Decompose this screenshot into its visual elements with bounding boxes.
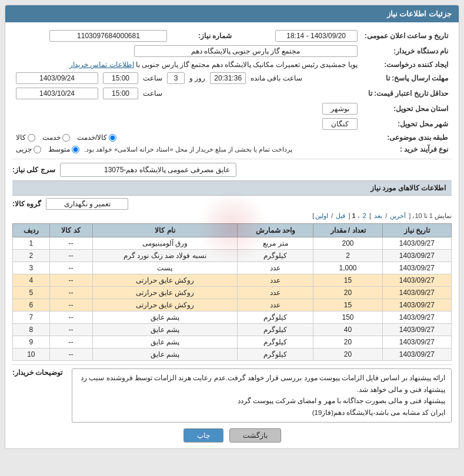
cell-tedad: 150 [313, 311, 382, 324]
link-2[interactable]: 2 [363, 212, 366, 219]
table-row: 1403/09/272کیلوگرمنسبه فولاد ضد زنگ نورد… [13, 250, 452, 262]
radio-kalaKhedmat-input[interactable] [109, 134, 116, 142]
row-ijad: ایجاد کننده درخواست: پویا جمشیدی رئیس تع… [12, 59, 452, 71]
btn-chap[interactable]: چاپ [183, 428, 223, 443]
roz-value: 3 [167, 72, 185, 84]
cell-vahed: متر مربع [238, 237, 313, 250]
cell-tedad: 200 [313, 237, 382, 250]
roz-label: روز و [189, 74, 205, 82]
ijad-link[interactable]: اطلاعات تماس خریدار [69, 61, 134, 69]
table-row: 1403/09/27200متر مربعورق آلومینیومی--1 [13, 237, 452, 250]
cell-name: پشم عایق [92, 311, 238, 324]
saat-value: 15:00 [103, 72, 138, 84]
cell-tedad: 1,000 [313, 262, 382, 274]
radio-motavaset[interactable]: متوسط [48, 145, 79, 153]
cell-tarikh: 1403/09/27 [382, 287, 451, 299]
tarikh-value: 1403/09/20 - 18:14 [275, 30, 358, 42]
cell-kod: -- [49, 287, 92, 299]
notes-line2: پیشنهاد فنی و مالی خواهد شد. [78, 384, 445, 396]
value-shahr: کنگان [12, 116, 361, 132]
cell-name: پشم عایق [92, 336, 238, 348]
cell-kod: -- [49, 336, 92, 348]
radio-jozi-label: جزیی [16, 145, 32, 153]
cell-kod: -- [49, 299, 92, 311]
cell-tarikh: 1403/09/27 [382, 336, 451, 348]
cell-name: ورق آلومینیومی [92, 237, 238, 250]
ostan-value: بوشهر [322, 103, 358, 115]
cell-tedad: 20 [313, 336, 382, 348]
value-ijad: پویا جمشیدی رئیس تعمیرات مکانیک پالایشگا… [12, 59, 361, 71]
cell-radif: 5 [13, 287, 50, 299]
link-avalin[interactable]: اولین [315, 212, 328, 219]
cell-kod: -- [49, 262, 92, 274]
cell-radif: 6 [13, 299, 50, 311]
table-row: 1403/09/2740کیلوگرمپشم عایق--8 [13, 324, 452, 336]
cell-vahed: عدد [238, 262, 313, 274]
row-noeFarayand: نوع فرآیند خرید : پرداخت تمام یا بخشی از… [12, 143, 452, 155]
kala-table: تاریخ نیاز تعداد / مقدار واحد شمارش نام … [12, 223, 452, 361]
radio-jozi-input[interactable] [34, 146, 41, 153]
cell-vahed: کیلوگرم [238, 311, 313, 324]
value-namedastgah: مجتمع گاز پارس جنوبی پالایشگاه دهم [12, 43, 361, 59]
cell-tarikh: 1403/09/27 [382, 324, 451, 336]
cell-tarikh: 1403/09/27 [382, 299, 451, 311]
notes-line3: پیشنهاد فنی و مالی بصورت جداگانه با مهر … [78, 395, 445, 407]
value-hadaqal: ساعت 15:00 1403/10/24 [12, 86, 361, 101]
table-row: 1403/09/2715عددروکش عایق حرارتی--6 [13, 299, 452, 311]
link-akharin[interactable]: آخرین [390, 212, 406, 219]
row-namedastgah: نام دستگاه خریدار: مجتمع گاز پارس جنوبی … [12, 43, 452, 59]
link-qabl[interactable]: قبل [336, 212, 345, 219]
cell-radif: 1 [13, 237, 50, 250]
col-name: نام کالا [92, 224, 238, 237]
group-kala-value: تعمیر و نگهداری [46, 198, 128, 210]
radio-jozi[interactable]: جزیی [16, 145, 41, 153]
value-ostan: بوشهر [12, 101, 361, 116]
radio-kalaKhedmat[interactable]: کالا/خدمت [77, 133, 116, 142]
cell-name: نسبه فولاد ضد زنگ نورد گرم [92, 250, 238, 262]
radio-khedmat-label: خدمت [42, 133, 61, 142]
radio-kala[interactable]: کالا [16, 133, 35, 142]
shomare-value: 1103097684000681 [49, 30, 167, 42]
btn-bazgasht[interactable]: بازگشت [229, 428, 281, 443]
table-row: 1403/09/2720کیلوگرمپشم عایق--10 [13, 348, 452, 361]
table-row: 1403/09/2715عددروکش عایق حرارتی--4 [13, 274, 452, 287]
saat-label: ساعت [143, 74, 162, 82]
cell-vahed: عدد [238, 299, 313, 311]
radio-kala-label: کالا [16, 133, 26, 142]
notes-row: ارائه پیشنهاد بر اساس فایل الزامات پیوست… [12, 368, 452, 423]
page-wrapper: جزئیات اطلاعات نیاز تاریخ و ساعت اعلان ع… [0, 0, 464, 476]
label-namedastgah: نام دستگاه خریدار: [361, 43, 452, 59]
col-kod: کد کالا [49, 224, 92, 237]
cell-radif: 7 [13, 311, 50, 324]
notes-box: ارائه پیشنهاد بر اساس فایل الزامات پیوست… [72, 368, 452, 423]
notes-line4: ایران کد مشابه می باشد-پالایشگاه دهم(فاز… [78, 407, 445, 419]
value-shomare: 1103097684000681 [12, 28, 171, 43]
radio-motavaset-input[interactable] [72, 146, 79, 153]
notes-label: توضیحات خریدار: [12, 368, 62, 377]
cell-tedad: 20 [313, 348, 382, 361]
radio-kalaKhedmat-label: کالا/خدمت [77, 133, 107, 142]
radio-khedmat[interactable]: خدمت [42, 133, 70, 142]
divider-1 [12, 159, 452, 159]
radio-khedmat-input[interactable] [62, 134, 70, 142]
radio-kala-input[interactable] [28, 134, 35, 142]
cell-tedad: 20 [313, 287, 382, 299]
link-bad[interactable]: بعد [374, 212, 382, 219]
hadaqal-date-value: 1403/10/24 [16, 88, 98, 99]
shahr-value: کنگان [322, 118, 358, 130]
table-body: 1403/09/27200متر مربعورق آلومینیومی--114… [13, 237, 452, 361]
pagination-text: نمایش 1 تا 10، [ آخرین / بعد ] 2 ، 1 [ ق… [312, 212, 452, 219]
label-ijad: ایجاد کننده درخواست: [361, 59, 452, 71]
cell-kod: -- [49, 250, 92, 262]
cell-vahed: عدد [238, 274, 313, 287]
divider-2 [12, 364, 452, 365]
label-shomare: شماره نیاز: [171, 28, 235, 43]
table-row: 1403/09/27150کیلوگرمپشم عایق--7 [13, 311, 452, 324]
hadaqal-saat-value: 15:00 [103, 88, 138, 99]
col-vahed: واحد شمارش [238, 224, 313, 237]
group-kala-row: تعمیر و نگهداری گروه کالا: [12, 198, 452, 210]
row-shomare-tarikh: تاریخ و ساعت اعلان عمومی: 1403/09/20 - 1… [12, 28, 452, 43]
cell-name: پشم عایق [92, 348, 238, 361]
value-tarikh: 1403/09/20 - 18:14 [247, 28, 360, 43]
ijad-text: پویا جمشیدی رئیس تعمیرات مکانیک پالایشگا… [136, 61, 358, 69]
